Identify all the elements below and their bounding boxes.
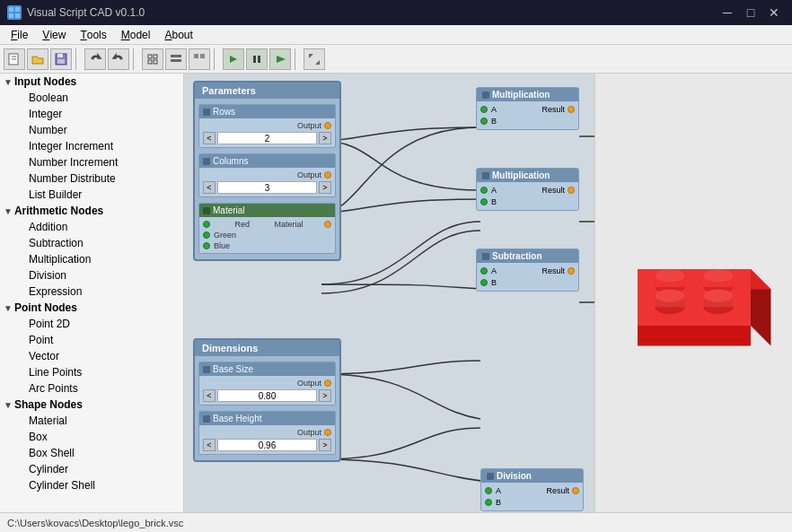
sub-b-port[interactable] [480, 279, 488, 286]
sidebar-item-cylinder-shell[interactable]: Cylinder Shell [0, 477, 183, 493]
base-size-increment[interactable]: > [319, 389, 331, 402]
sidebar-item-number-distribute[interactable]: Number Distribute [0, 170, 183, 187]
sidebar-item-subtraction[interactable]: Subtraction [0, 235, 183, 251]
columns-output-row: Output [203, 170, 331, 179]
mult2-result-port[interactable] [568, 187, 575, 194]
columns-output-port[interactable] [324, 171, 331, 179]
sidebar-item-number[interactable]: Number [0, 122, 183, 138]
menu-file[interactable]: File [4, 25, 35, 44]
sidebar-item-point[interactable]: Point [0, 332, 183, 348]
multiplication-node-2[interactable]: Multiplication A Result B [476, 168, 579, 211]
base-size-label: Base Size [213, 364, 253, 374]
sidebar-item-division[interactable]: Division [0, 267, 183, 283]
division-node[interactable]: Division A Result B [480, 468, 584, 511]
category-arithmetic-nodes[interactable]: ▼ Arithmetic Nodes [0, 203, 183, 219]
category-shape-nodes[interactable]: ▼ Shape Nodes [0, 397, 183, 413]
menu-model[interactable]: Model [114, 25, 158, 44]
sidebar-item-point2d[interactable]: Point 2D [0, 316, 183, 332]
category-point-nodes[interactable]: ▼ Point Nodes [0, 300, 183, 316]
sidebar[interactable]: ▼ Input Nodes Boolean Integer Number Int… [0, 74, 184, 512]
div-a-port[interactable] [485, 487, 492, 494]
svg-marker-18 [230, 56, 237, 63]
expand-button[interactable] [304, 48, 325, 70]
svg-rect-3 [15, 13, 20, 18]
canvas-area[interactable]: Parameters Rows Output < [184, 74, 594, 512]
lego-brick-preview [613, 213, 775, 374]
new-button[interactable] [4, 48, 25, 70]
base-size-decrement[interactable]: < [203, 389, 216, 402]
menu-view[interactable]: View [35, 25, 73, 44]
div-result-port[interactable] [572, 487, 579, 494]
sidebar-item-box-shell[interactable]: Box Shell [0, 445, 183, 461]
mult1-a-port[interactable] [480, 106, 488, 113]
sub-result-port[interactable] [568, 267, 575, 275]
mult2-b-port[interactable] [480, 198, 488, 205]
pause-button[interactable] [246, 48, 268, 70]
redo-button[interactable] [108, 48, 129, 70]
div-a-row: A Result [485, 486, 579, 495]
base-height-output-port[interactable] [324, 429, 331, 436]
sidebar-item-addition[interactable]: Addition [0, 219, 183, 235]
rows-decrement[interactable]: < [203, 132, 216, 144]
mult1-a-row: A Result [480, 105, 575, 114]
base-height-node[interactable]: Base Height Output < 0.96 > [198, 411, 336, 455]
mult2-a-port[interactable] [480, 187, 488, 194]
layout-button[interactable] [165, 48, 187, 70]
menu-tools[interactable]: Tools [73, 25, 113, 44]
sidebar-item-vector[interactable]: Vector [0, 348, 183, 364]
save-button[interactable] [50, 48, 72, 70]
minimize-button[interactable]: ─ [717, 4, 738, 22]
rows-output-port[interactable] [324, 122, 331, 129]
material-red-label: Red [234, 220, 250, 229]
sidebar-item-arc-points[interactable]: Arc Points [0, 380, 183, 397]
undo-button[interactable] [84, 48, 106, 70]
material-green-port[interactable] [203, 231, 210, 239]
base-height-increment[interactable]: > [319, 439, 331, 451]
window-controls[interactable]: ─ □ ✕ [717, 4, 785, 22]
category-input-nodes[interactable]: ▼ Input Nodes [0, 74, 183, 90]
rows-node[interactable]: Rows Output < 2 > [198, 104, 336, 148]
mult1-result-label: Result [541, 105, 565, 114]
columns-increment[interactable]: > [319, 181, 331, 194]
dimensions-node[interactable]: Dimensions Base Size Output < [193, 338, 341, 462]
grid-button[interactable] [189, 48, 210, 70]
material-body: Red Material Green Blue [199, 217, 335, 253]
sidebar-item-expression[interactable]: Expression [0, 283, 183, 300]
sidebar-item-list-builder[interactable]: List Builder [0, 187, 183, 203]
base-size-output-port[interactable] [324, 379, 331, 387]
base-size-node[interactable]: Base Size Output < 0.80 > [198, 362, 336, 406]
play-button[interactable] [269, 48, 291, 70]
rows-increment[interactable]: > [319, 132, 331, 144]
open-button[interactable] [27, 48, 48, 70]
mult1-b-port[interactable] [480, 118, 488, 125]
sidebar-item-boolean[interactable]: Boolean [0, 90, 183, 106]
sub-a-port[interactable] [480, 267, 488, 275]
div-b-port[interactable] [485, 499, 492, 506]
sidebar-item-integer[interactable]: Integer [0, 106, 183, 122]
sidebar-item-box[interactable]: Box [0, 429, 183, 445]
sidebar-item-integer-increment[interactable]: Integer Increment [0, 138, 183, 154]
sidebar-item-multiplication[interactable]: Multiplication [0, 251, 183, 267]
play-begin-button[interactable] [223, 48, 244, 70]
maximize-button[interactable]: □ [740, 4, 761, 22]
columns-decrement[interactable]: < [203, 181, 216, 194]
mult1-result-port[interactable] [568, 106, 575, 113]
subtraction-node[interactable]: Subtraction A Result B [476, 249, 579, 292]
sidebar-item-cylinder[interactable]: Cylinder [0, 461, 183, 477]
menu-about[interactable]: About [157, 25, 199, 44]
columns-node[interactable]: Columns Output < 3 > [198, 153, 336, 197]
multiplication-node-1[interactable]: Multiplication A Result B [476, 87, 579, 130]
sidebar-item-number-increment[interactable]: Number Increment [0, 154, 183, 170]
mult1-dot [482, 92, 489, 99]
material-blue-port[interactable] [203, 242, 210, 249]
svg-rect-20 [258, 56, 260, 63]
material-red-port[interactable] [203, 221, 210, 228]
parameters-node[interactable]: Parameters Rows Output < [193, 81, 341, 261]
material-node[interactable]: Material Red Material Green [198, 203, 336, 254]
sidebar-item-material[interactable]: Material [0, 413, 183, 429]
fit-button[interactable] [142, 48, 163, 70]
close-button[interactable]: ✕ [763, 4, 785, 22]
sidebar-item-line-points[interactable]: Line Points [0, 364, 183, 380]
material-output-port[interactable] [324, 221, 331, 228]
base-height-decrement[interactable]: < [203, 439, 216, 451]
